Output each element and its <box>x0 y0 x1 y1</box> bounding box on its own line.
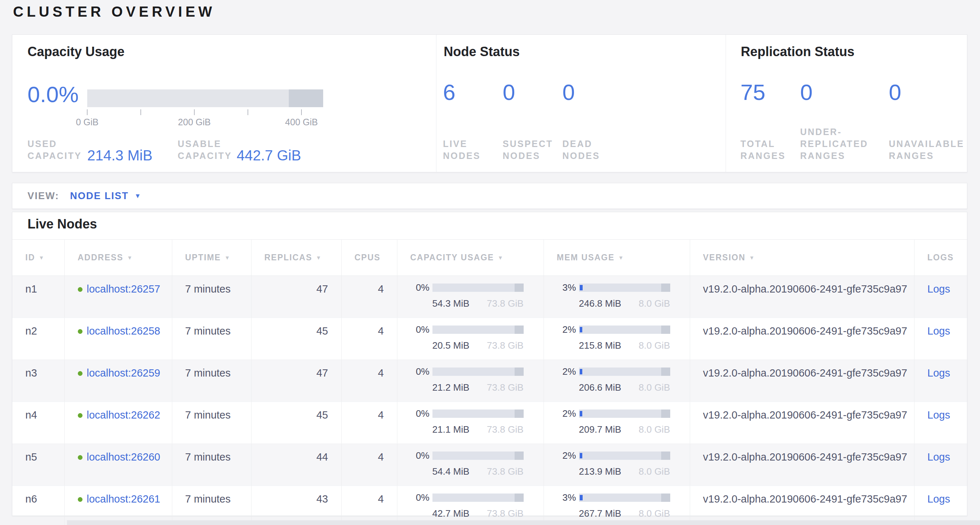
column-header-capacity[interactable]: CAPACITY USAGE▼ <box>397 240 544 276</box>
cell-cpus: 4 <box>341 444 397 486</box>
node-address-link[interactable]: localhost:26258 <box>87 325 160 337</box>
capacity-total-value: 73.8 GiB <box>487 298 523 309</box>
view-selector-bar: VIEW: NODE LIST ▼ <box>12 183 967 209</box>
column-header-cpus: CPUS <box>341 240 397 276</box>
memory-usage-fill <box>580 285 583 290</box>
memory-bar-endcap <box>661 493 670 502</box>
node-address-link[interactable]: localhost:26259 <box>87 367 160 379</box>
cell-capacity: 0%54.4 MiB73.8 GiB <box>397 444 544 486</box>
sort-arrow-icon: ▼ <box>316 255 322 261</box>
memory-usage-percent: 2% <box>544 408 576 419</box>
memory-usage-fill <box>580 411 582 416</box>
capacity-used-value: 21.2 MiB <box>433 382 470 393</box>
replication-status-title: Replication Status <box>741 44 854 59</box>
logs-link[interactable]: Logs <box>928 451 950 463</box>
memory-usage-bar <box>579 284 670 292</box>
cell-version: v19.2.0-alpha.20190606-2491-gfe735c9a97 <box>690 444 914 486</box>
capacity-usage: 0%42.7 MiB73.8 GiB <box>397 492 544 519</box>
cell-version: v19.2.0-alpha.20190606-2491-gfe735c9a97 <box>690 276 914 318</box>
sort-arrow-icon: ▼ <box>39 255 45 261</box>
view-dropdown-value[interactable]: NODE LIST <box>70 190 129 202</box>
column-header-uptime[interactable]: UPTIME▼ <box>172 240 251 276</box>
sort-arrow-icon: ▼ <box>498 255 504 261</box>
page-bottom-shadow <box>67 520 980 525</box>
column-header-address[interactable]: ADDRESS▼ <box>64 240 172 276</box>
live-status-icon <box>78 329 83 334</box>
column-header-replicas[interactable]: REPLICAS▼ <box>251 240 341 276</box>
cell-id: n6 <box>12 486 64 525</box>
usable-capacity-label: USABLE CAPACITY <box>178 138 232 162</box>
cell-logs: Logs <box>914 276 967 318</box>
sort-arrow-icon: ▼ <box>618 255 624 261</box>
cell-capacity: 0%54.3 MiB73.8 GiB <box>397 276 544 318</box>
cell-replicas: 47 <box>251 276 341 318</box>
sort-arrow-icon: ▼ <box>127 255 133 261</box>
cell-capacity: 0%20.5 MiB73.8 GiB <box>397 318 544 360</box>
capacity-usage: 0%54.3 MiB73.8 GiB <box>397 282 544 309</box>
live-status-icon <box>78 287 83 292</box>
capacity-usage-bar <box>433 284 523 292</box>
memory-usage: 3%267.7 MiB8.0 GiB <box>544 492 690 519</box>
view-dropdown[interactable]: NODE LIST ▼ <box>70 190 141 202</box>
capacity-total-value: 73.8 GiB <box>487 424 523 435</box>
column-header-label: REPLICAS <box>264 253 312 262</box>
table-row: n3localhost:262597 minutes4740%21.2 MiB7… <box>12 360 967 402</box>
cell-replicas: 45 <box>251 318 341 360</box>
logs-link[interactable]: Logs <box>928 493 950 505</box>
capacity-usage: 0%20.5 MiB73.8 GiB <box>397 324 544 351</box>
axis-tick <box>140 109 141 115</box>
capacity-bar-endcap <box>289 89 323 107</box>
memory-usage-bar <box>579 493 670 502</box>
node-address-link[interactable]: localhost:26260 <box>87 451 160 463</box>
live-nodes-card: Live Nodes ID▼ADDRESS▼UPTIME▼REPLICAS▼CP… <box>12 212 967 516</box>
logs-link[interactable]: Logs <box>928 409 950 421</box>
memory-bar-endcap <box>661 326 670 334</box>
used-capacity-label: USED CAPACITY <box>27 138 82 162</box>
node-address-link[interactable]: localhost:26262 <box>87 409 160 421</box>
capacity-used-value: 20.5 MiB <box>433 340 470 351</box>
cell-uptime: 7 minutes <box>172 444 251 486</box>
logs-link[interactable]: Logs <box>928 367 950 379</box>
cell-replicas: 47 <box>251 360 341 402</box>
capacity-usage-bar <box>433 326 523 334</box>
chevron-down-icon[interactable]: ▼ <box>135 192 141 200</box>
usable-capacity-value: 442.7 GiB <box>237 148 301 163</box>
capacity-bar-endcap <box>515 452 523 460</box>
axis-tick <box>87 109 88 115</box>
memory-used-value: 246.8 MiB <box>579 298 621 309</box>
column-header-id[interactable]: ID▼ <box>12 240 64 276</box>
node-address-link[interactable]: localhost:26261 <box>87 493 160 505</box>
logs-link[interactable]: Logs <box>928 325 950 337</box>
memory-total-value: 8.0 GiB <box>639 340 670 351</box>
cell-memory: 2%215.8 MiB8.0 GiB <box>544 318 690 360</box>
cell-uptime: 7 minutes <box>172 276 251 318</box>
under-replicated-label: UNDER- REPLICATED RANGES <box>800 126 868 162</box>
capacity-usage-bar <box>433 493 523 502</box>
cell-memory: 2%213.9 MiB8.0 GiB <box>544 444 690 486</box>
capacity-usage-percent: 0% <box>397 366 430 377</box>
capacity-total-value: 73.8 GiB <box>487 382 523 393</box>
column-header-version[interactable]: VERSION▼ <box>690 240 914 276</box>
cell-uptime: 7 minutes <box>172 360 251 402</box>
capacity-usage-bar <box>433 452 523 460</box>
capacity-used-value: 54.3 MiB <box>433 298 470 309</box>
capacity-usage: 0%54.4 MiB73.8 GiB <box>397 450 544 477</box>
cell-memory: 2%206.6 MiB8.0 GiB <box>544 360 690 402</box>
cell-capacity: 0%21.2 MiB73.8 GiB <box>397 360 544 402</box>
cell-address: localhost:26257 <box>64 276 172 318</box>
axis-tick-label: 200 GiB <box>178 117 211 128</box>
capacity-usage-bar <box>433 367 523 376</box>
memory-usage-fill <box>580 453 582 458</box>
cell-replicas: 44 <box>251 444 341 486</box>
axis-tick <box>248 109 248 115</box>
cell-version: v19.2.0-alpha.20190606-2491-gfe735c9a97 <box>690 486 914 525</box>
column-header-label: UPTIME <box>185 253 221 262</box>
memory-usage-bar <box>579 452 670 460</box>
axis-tick-label: 0 GiB <box>76 117 99 128</box>
memory-bar-endcap <box>661 452 670 460</box>
cell-capacity: 0%21.1 MiB73.8 GiB <box>397 402 544 444</box>
capacity-bar-endcap <box>515 493 523 502</box>
column-header-memory[interactable]: MEM USAGE▼ <box>544 240 690 276</box>
node-address-link[interactable]: localhost:26257 <box>87 283 160 295</box>
logs-link[interactable]: Logs <box>928 283 950 295</box>
